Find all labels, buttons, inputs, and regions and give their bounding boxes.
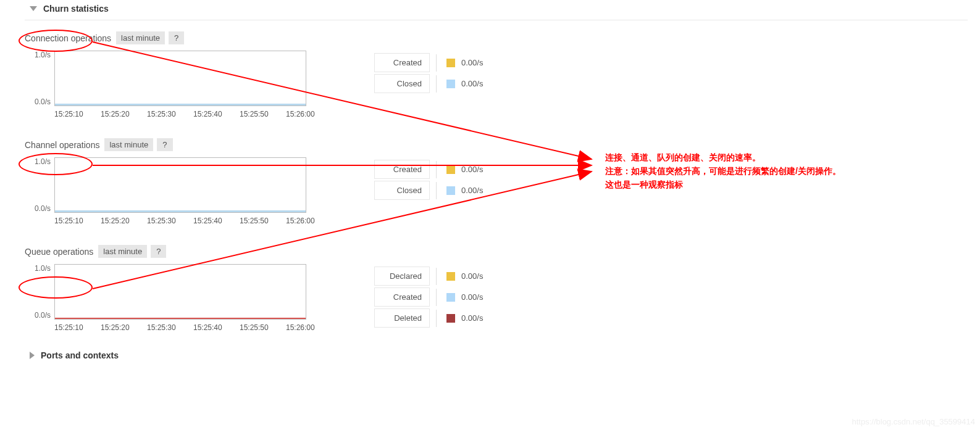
- legend-label: Created: [374, 53, 430, 72]
- legend-value: 0.00/s: [461, 186, 483, 195]
- watermark: https://blog.csdn.net/qq_35599414: [852, 417, 976, 426]
- time-range-selector[interactable]: last minute: [98, 245, 147, 258]
- legend-row: Created0.00/s: [374, 288, 483, 309]
- legend-label: Created: [374, 160, 430, 179]
- legend-value: 0.00/s: [461, 292, 483, 302]
- y-axis: 1.0/s0.0/s: [25, 264, 54, 320]
- y-axis: 1.0/s0.0/s: [25, 51, 54, 106]
- legend-label: Deleted: [374, 308, 430, 328]
- legend-swatch: [446, 165, 455, 174]
- legend-row: Created0.00/s: [374, 54, 483, 75]
- legend: Created0.00/sClosed0.00/s: [374, 160, 483, 202]
- chevron-down-icon: [30, 6, 37, 11]
- legend-row: Closed0.00/s: [374, 75, 483, 96]
- x-axis: 15:25:1015:25:2015:25:3015:25:4015:25:50…: [25, 323, 332, 332]
- legend-swatch: [446, 59, 455, 67]
- panel-title-row: Channel operationslast minute?: [25, 138, 980, 151]
- panel-title: Channel operations: [25, 140, 99, 150]
- chart-area: [54, 264, 306, 320]
- chart-area: [54, 157, 306, 213]
- legend-swatch: [446, 314, 455, 323]
- panel-title-row: Queue operationslast minute?: [25, 245, 980, 258]
- legend: Created0.00/sClosed0.00/s: [374, 54, 483, 96]
- legend-swatch: [446, 272, 455, 281]
- legend-label: Closed: [374, 74, 430, 93]
- x-axis: 15:25:1015:25:2015:25:3015:25:4015:25:50…: [25, 217, 332, 225]
- help-button[interactable]: ?: [151, 245, 166, 258]
- panel-title: Queue operations: [25, 247, 93, 257]
- time-range-selector[interactable]: last minute: [104, 138, 153, 151]
- chevron-right-icon: [30, 352, 35, 359]
- help-button[interactable]: ?: [157, 138, 172, 151]
- legend-value: 0.00/s: [461, 79, 483, 88]
- section-ports-contexts[interactable]: Ports and contexts: [0, 332, 980, 366]
- legend-value: 0.00/s: [461, 58, 483, 67]
- legend-swatch: [446, 186, 455, 195]
- divider: [25, 20, 968, 20]
- legend-label: Declared: [374, 267, 430, 286]
- legend-label: Created: [374, 287, 430, 307]
- legend-row: Deleted0.00/s: [374, 309, 483, 330]
- section-title: Churn statistics: [43, 4, 109, 14]
- legend-swatch: [446, 293, 455, 302]
- x-axis: 15:25:1015:25:2015:25:3015:25:4015:25:50…: [25, 110, 332, 118]
- y-axis: 1.0/s0.0/s: [25, 157, 54, 213]
- chart-area: [54, 51, 306, 106]
- time-range-selector[interactable]: last minute: [116, 31, 165, 44]
- legend-value: 0.00/s: [461, 313, 483, 323]
- panel-title-row: Connection operationslast minute?: [25, 31, 980, 44]
- legend-row: Declared0.00/s: [374, 267, 483, 288]
- section-churn-statistics[interactable]: Churn statistics: [0, 0, 980, 20]
- legend-row: Closed0.00/s: [374, 181, 483, 202]
- section-title: Ports and contexts: [41, 350, 119, 360]
- help-button[interactable]: ?: [169, 31, 184, 44]
- panel-title: Connection operations: [25, 33, 111, 43]
- legend-row: Created0.00/s: [374, 160, 483, 181]
- legend-label: Closed: [374, 181, 430, 200]
- legend: Declared0.00/sCreated0.00/sDeleted0.00/s: [374, 267, 483, 330]
- legend-swatch: [446, 80, 455, 88]
- legend-value: 0.00/s: [461, 165, 483, 174]
- legend-value: 0.00/s: [461, 271, 483, 281]
